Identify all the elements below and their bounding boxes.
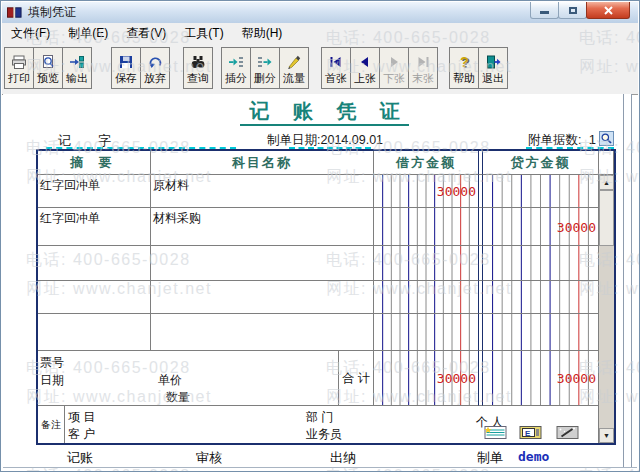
query-button[interactable]: 查询 (183, 47, 213, 89)
row5-account-cell[interactable] (151, 314, 374, 351)
credit-total-cell: 30000 (483, 351, 599, 406)
row5-summary-cell[interactable] (38, 314, 151, 351)
next-page-icon (386, 54, 402, 70)
row3-summary-cell[interactable] (38, 246, 151, 281)
menu-view[interactable]: 查看(V) (117, 23, 175, 44)
help-button[interactable]: ?? 帮助 (449, 47, 479, 89)
first-page-icon (328, 54, 344, 70)
row1-credit-cell[interactable] (483, 175, 599, 208)
row2-credit-cell[interactable]: 30000 (483, 208, 599, 246)
debit-total-cell: 30000 (374, 351, 478, 406)
flow-button[interactable]: 流量 (279, 47, 309, 89)
cashier-label: 出纳 (330, 449, 356, 467)
flow-pen-icon (286, 54, 302, 70)
col-header-credit: 贷方金额 (483, 151, 599, 175)
ledger-lines (483, 175, 598, 207)
ledger-lines (374, 246, 478, 280)
col-header-account: 科目名称 (151, 151, 374, 175)
row4-account-cell[interactable] (151, 281, 374, 314)
row3-credit-cell[interactable] (483, 246, 599, 281)
footer-detail-cell: 票号 日期 单价 数量 (38, 351, 339, 406)
close-button[interactable] (586, 2, 630, 19)
debit-total-amount: 30000 (437, 371, 476, 386)
remark-row: 备注 项 目 客 户 部 门 业务员 个 人 E (38, 406, 599, 443)
row5-credit-cell[interactable] (483, 314, 599, 351)
audit-label: 审核 (196, 449, 222, 467)
note-template-button[interactable] (483, 426, 508, 439)
row3-account-cell[interactable] (151, 246, 374, 281)
print-button[interactable]: 打印 (4, 47, 34, 89)
voucher-title: 记 账 凭 证 (36, 98, 613, 125)
attachments-value: 1 (584, 132, 596, 147)
ledger-lines (374, 281, 478, 313)
app-books-icon (7, 5, 22, 20)
col-header-summary: 摘 要 (38, 151, 151, 175)
customer-field[interactable]: 客 户 (68, 426, 95, 443)
prev-page-button[interactable]: 上张 (350, 47, 380, 89)
binoculars-icon (190, 54, 206, 70)
ledger-lines (483, 246, 598, 280)
first-page-button[interactable]: 首张 (321, 47, 351, 89)
exit-icon (485, 54, 501, 70)
voucher-date-value: 2014.09.01 (320, 133, 383, 147)
row2-debit-cell[interactable] (374, 208, 478, 246)
total-label-cell: 合 计 (339, 351, 374, 406)
row3-debit-cell[interactable] (374, 246, 478, 281)
row1-debit-cell[interactable]: 30000 (374, 175, 478, 208)
bottom-edge-line (3, 467, 637, 468)
discard-button[interactable]: 放弃 (140, 47, 170, 89)
row5-debit-cell[interactable] (374, 314, 478, 351)
insert-split-button[interactable]: 插分 (221, 47, 251, 89)
scrollbar-thumb[interactable] (599, 190, 614, 246)
menu-voucher[interactable]: 制单(E) (59, 23, 117, 44)
row4-debit-cell[interactable] (374, 281, 478, 314)
menu-file[interactable]: 文件(F) (2, 23, 59, 44)
maximize-button[interactable] (558, 2, 587, 19)
preview-button[interactable]: 预览 (33, 47, 63, 89)
magic-wand-button[interactable] (555, 426, 580, 439)
scroll-up-button[interactable]: ▲ (599, 175, 614, 190)
display-mode-button[interactable]: E (518, 426, 543, 439)
row2-summary-cell[interactable]: 红字回冲单 (38, 208, 151, 246)
exit-button[interactable]: 退出 (478, 47, 508, 89)
insert-split-icon (228, 54, 244, 70)
screen-icon: E (518, 426, 543, 439)
row4-credit-cell[interactable] (483, 281, 599, 314)
toolbar-group-save: 保存 放弃 (112, 47, 170, 89)
voucher-table: ▲ ▼ 摘 要 科目名称 借方金额 贷方金额 红字回冲单 原材料 30000 红… (36, 149, 616, 445)
row2-credit-amount: 30000 (557, 219, 596, 234)
menu-tools[interactable]: 工具(T) (175, 23, 232, 44)
toolbar-group-output: 打印 预览 输出 (5, 47, 92, 89)
app-window: 填制凭证 文件(F) 制单(E) 查看(V) 工具(T) 帮助(H) 打印 预览 (0, 0, 640, 472)
row1-summary-cell[interactable]: 红字回冲单 (38, 175, 151, 208)
magnifier-icon (600, 132, 613, 145)
minimize-button[interactable] (530, 2, 559, 19)
toolbar-group-help: ?? 帮助 退出 (450, 47, 508, 89)
attachments-lookup-button[interactable] (599, 131, 614, 146)
preview-icon (40, 54, 56, 70)
department-field[interactable]: 部 门 (306, 409, 333, 426)
scroll-down-button[interactable]: ▼ (599, 428, 614, 443)
table-scrollbar[interactable]: ▲ ▼ (599, 175, 614, 443)
header-scroll-corner (599, 151, 614, 175)
export-button[interactable]: 输出 (62, 47, 92, 89)
delete-split-button[interactable]: 删分 (250, 47, 280, 89)
preparer-label: 制单 (477, 449, 503, 467)
salesman-field[interactable]: 业务员 (306, 426, 342, 443)
quantity-label: 数量 (166, 389, 190, 406)
title-bar: 填制凭证 (2, 2, 638, 24)
row1-account-cell[interactable]: 原材料 (151, 175, 374, 208)
window-edge-line (631, 94, 632, 467)
project-field[interactable]: 项 目 (68, 409, 95, 426)
delete-split-icon (257, 54, 273, 70)
panel-edge-line (623, 94, 624, 467)
ticket-no-label: 票号 (40, 354, 64, 371)
menu-help[interactable]: 帮助(H) (233, 23, 292, 44)
row4-summary-cell[interactable] (38, 281, 151, 314)
save-button[interactable]: 保存 (111, 47, 141, 89)
bookkeeping-label: 记账 (67, 449, 93, 467)
row2-account-cell[interactable]: 材料采购 (151, 208, 374, 246)
help-icon: ?? (456, 54, 472, 70)
window-title: 填制凭证 (28, 4, 76, 21)
scrollbar-track[interactable] (599, 246, 614, 428)
